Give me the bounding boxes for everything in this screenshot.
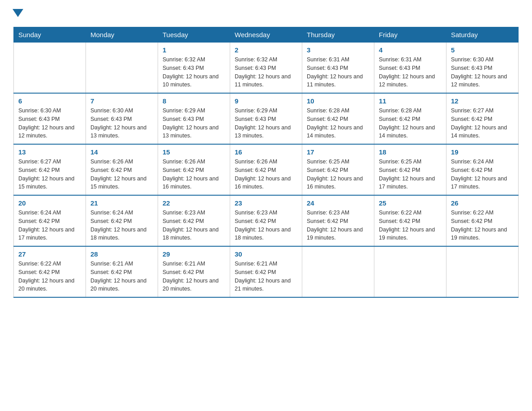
weekday-header-tuesday: Tuesday (158, 27, 230, 43)
day-info: Sunrise: 6:22 AMSunset: 6:42 PMDaylight:… (379, 209, 442, 242)
day-info: Sunrise: 6:26 AMSunset: 6:42 PMDaylight:… (90, 158, 153, 191)
calendar-week-row: 1Sunrise: 6:32 AMSunset: 6:43 PMDaylight… (14, 43, 519, 94)
calendar-cell: 17Sunrise: 6:25 AMSunset: 6:42 PMDayligh… (302, 144, 374, 195)
calendar-cell (446, 246, 519, 297)
day-number: 27 (18, 250, 81, 258)
day-number: 2 (235, 46, 297, 54)
day-number: 5 (451, 46, 514, 54)
day-info: Sunrise: 6:25 AMSunset: 6:42 PMDaylight:… (379, 158, 442, 191)
day-number: 19 (451, 148, 514, 156)
day-number: 22 (163, 199, 225, 207)
calendar-cell (374, 246, 446, 297)
calendar-cell: 9Sunrise: 6:29 AMSunset: 6:43 PMDaylight… (230, 93, 302, 144)
day-info: Sunrise: 6:27 AMSunset: 6:42 PMDaylight:… (451, 107, 514, 140)
calendar-cell: 14Sunrise: 6:26 AMSunset: 6:42 PMDayligh… (86, 144, 158, 195)
calendar-cell (302, 246, 374, 297)
day-info: Sunrise: 6:32 AMSunset: 6:43 PMDaylight:… (235, 56, 297, 89)
day-info: Sunrise: 6:23 AMSunset: 6:42 PMDaylight:… (235, 209, 297, 242)
day-number: 17 (307, 148, 369, 156)
calendar-cell: 23Sunrise: 6:23 AMSunset: 6:42 PMDayligh… (230, 195, 302, 246)
day-info: Sunrise: 6:28 AMSunset: 6:42 PMDaylight:… (379, 107, 442, 140)
calendar-cell: 25Sunrise: 6:22 AMSunset: 6:42 PMDayligh… (374, 195, 446, 246)
day-number: 9 (235, 97, 297, 105)
calendar-cell: 24Sunrise: 6:23 AMSunset: 6:42 PMDayligh… (302, 195, 374, 246)
calendar-cell: 11Sunrise: 6:28 AMSunset: 6:42 PMDayligh… (374, 93, 446, 144)
day-number: 24 (307, 199, 369, 207)
day-info: Sunrise: 6:21 AMSunset: 6:42 PMDaylight:… (235, 260, 297, 293)
day-number: 25 (379, 199, 442, 207)
calendar-cell: 12Sunrise: 6:27 AMSunset: 6:42 PMDayligh… (446, 93, 519, 144)
day-info: Sunrise: 6:30 AMSunset: 6:43 PMDaylight:… (18, 107, 81, 140)
calendar-cell: 3Sunrise: 6:31 AMSunset: 6:43 PMDaylight… (302, 43, 374, 94)
logo (13, 9, 23, 18)
calendar-week-row: 13Sunrise: 6:27 AMSunset: 6:42 PMDayligh… (14, 144, 519, 195)
day-number: 12 (451, 97, 514, 105)
calendar-cell: 10Sunrise: 6:28 AMSunset: 6:42 PMDayligh… (302, 93, 374, 144)
page-header (13, 9, 519, 18)
day-number: 29 (163, 250, 225, 258)
day-number: 23 (235, 199, 297, 207)
day-info: Sunrise: 6:27 AMSunset: 6:42 PMDaylight:… (18, 158, 81, 191)
day-number: 1 (163, 46, 225, 54)
calendar-table: SundayMondayTuesdayWednesdayThursdayFrid… (13, 27, 519, 298)
day-info: Sunrise: 6:22 AMSunset: 6:42 PMDaylight:… (451, 209, 514, 242)
calendar-cell: 4Sunrise: 6:31 AMSunset: 6:43 PMDaylight… (374, 43, 446, 94)
day-info: Sunrise: 6:29 AMSunset: 6:43 PMDaylight:… (235, 107, 297, 140)
day-info: Sunrise: 6:30 AMSunset: 6:43 PMDaylight:… (90, 107, 153, 140)
calendar-cell: 29Sunrise: 6:21 AMSunset: 6:42 PMDayligh… (158, 246, 230, 297)
day-number: 13 (18, 148, 81, 156)
weekday-header-row: SundayMondayTuesdayWednesdayThursdayFrid… (14, 27, 519, 43)
day-info: Sunrise: 6:21 AMSunset: 6:42 PMDaylight:… (163, 260, 225, 293)
day-info: Sunrise: 6:26 AMSunset: 6:42 PMDaylight:… (163, 158, 225, 191)
calendar-cell: 15Sunrise: 6:26 AMSunset: 6:42 PMDayligh… (158, 144, 230, 195)
day-info: Sunrise: 6:22 AMSunset: 6:42 PMDaylight:… (18, 260, 81, 293)
day-number: 3 (307, 46, 369, 54)
calendar-cell: 26Sunrise: 6:22 AMSunset: 6:42 PMDayligh… (446, 195, 519, 246)
weekday-header-sunday: Sunday (14, 27, 86, 43)
day-info: Sunrise: 6:23 AMSunset: 6:42 PMDaylight:… (163, 209, 225, 242)
weekday-header-friday: Friday (374, 27, 446, 43)
calendar-cell: 6Sunrise: 6:30 AMSunset: 6:43 PMDaylight… (14, 93, 86, 144)
weekday-header-saturday: Saturday (446, 27, 519, 43)
day-info: Sunrise: 6:30 AMSunset: 6:43 PMDaylight:… (451, 56, 514, 89)
day-info: Sunrise: 6:28 AMSunset: 6:42 PMDaylight:… (307, 107, 369, 140)
calendar-week-row: 27Sunrise: 6:22 AMSunset: 6:42 PMDayligh… (14, 246, 519, 297)
calendar-cell: 28Sunrise: 6:21 AMSunset: 6:42 PMDayligh… (86, 246, 158, 297)
day-number: 28 (90, 250, 153, 258)
day-info: Sunrise: 6:29 AMSunset: 6:43 PMDaylight:… (163, 107, 225, 140)
day-number: 11 (379, 97, 442, 105)
calendar-cell: 20Sunrise: 6:24 AMSunset: 6:42 PMDayligh… (14, 195, 86, 246)
calendar-cell: 2Sunrise: 6:32 AMSunset: 6:43 PMDaylight… (230, 43, 302, 94)
day-number: 7 (90, 97, 153, 105)
day-number: 8 (163, 97, 225, 105)
calendar-cell: 16Sunrise: 6:26 AMSunset: 6:42 PMDayligh… (230, 144, 302, 195)
day-number: 15 (163, 148, 225, 156)
weekday-header-wednesday: Wednesday (230, 27, 302, 43)
day-info: Sunrise: 6:24 AMSunset: 6:42 PMDaylight:… (451, 158, 514, 191)
weekday-header-monday: Monday (86, 27, 158, 43)
weekday-header-thursday: Thursday (302, 27, 374, 43)
day-number: 10 (307, 97, 369, 105)
day-number: 21 (90, 199, 153, 207)
day-number: 16 (235, 148, 297, 156)
day-info: Sunrise: 6:31 AMSunset: 6:43 PMDaylight:… (379, 56, 442, 89)
day-number: 26 (451, 199, 514, 207)
day-number: 4 (379, 46, 442, 54)
calendar-cell: 21Sunrise: 6:24 AMSunset: 6:42 PMDayligh… (86, 195, 158, 246)
day-info: Sunrise: 6:23 AMSunset: 6:42 PMDaylight:… (307, 209, 369, 242)
day-info: Sunrise: 6:32 AMSunset: 6:43 PMDaylight:… (163, 56, 225, 89)
calendar-cell: 18Sunrise: 6:25 AMSunset: 6:42 PMDayligh… (374, 144, 446, 195)
calendar-cell: 13Sunrise: 6:27 AMSunset: 6:42 PMDayligh… (14, 144, 86, 195)
day-number: 30 (235, 250, 297, 258)
calendar-cell: 22Sunrise: 6:23 AMSunset: 6:42 PMDayligh… (158, 195, 230, 246)
calendar-cell: 27Sunrise: 6:22 AMSunset: 6:42 PMDayligh… (14, 246, 86, 297)
day-number: 20 (18, 199, 81, 207)
calendar-cell: 7Sunrise: 6:30 AMSunset: 6:43 PMDaylight… (86, 93, 158, 144)
calendar-cell (86, 43, 158, 94)
day-info: Sunrise: 6:21 AMSunset: 6:42 PMDaylight:… (90, 260, 153, 293)
calendar-cell: 1Sunrise: 6:32 AMSunset: 6:43 PMDaylight… (158, 43, 230, 94)
day-info: Sunrise: 6:26 AMSunset: 6:42 PMDaylight:… (235, 158, 297, 191)
day-info: Sunrise: 6:24 AMSunset: 6:42 PMDaylight:… (90, 209, 153, 242)
day-number: 6 (18, 97, 81, 105)
calendar-cell: 19Sunrise: 6:24 AMSunset: 6:42 PMDayligh… (446, 144, 519, 195)
